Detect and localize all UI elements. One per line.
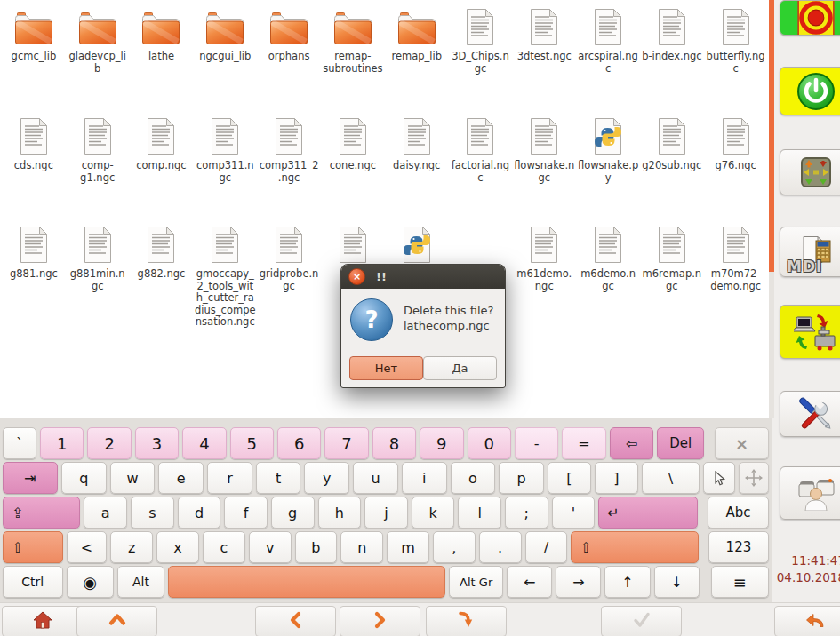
key-0[interactable]: 0 <box>468 427 511 459</box>
folder-item[interactable]: ngcgui_lib <box>193 2 257 111</box>
abc-layer-key[interactable]: Abc <box>708 497 769 529</box>
close-icon[interactable]: × <box>348 268 365 285</box>
file-item[interactable]: comp-g1.ngc <box>66 111 130 219</box>
pointer-key[interactable] <box>703 462 735 494</box>
numeric-layer-key[interactable]: 123 <box>708 531 769 563</box>
menu-key[interactable]: ≡ <box>711 566 769 598</box>
file-item[interactable]: factorial.ngc <box>449 111 513 219</box>
file-item[interactable]: cds.ngc <box>2 111 66 219</box>
key-2[interactable]: 2 <box>87 427 131 459</box>
key-8[interactable]: 8 <box>372 427 416 459</box>
estop-button[interactable] <box>780 0 840 36</box>
right-shift-key[interactable]: ⇧ <box>571 531 699 563</box>
key-s[interactable]: s <box>131 497 174 529</box>
file-item[interactable]: gmoccapy_2_tools_with_cutter_radius_comp… <box>193 219 257 329</box>
key-4[interactable]: 4 <box>182 427 226 459</box>
file-item[interactable]: m6remap.ngc <box>640 219 704 329</box>
mdi-mode-button[interactable]: MDI <box>780 227 840 277</box>
key-l[interactable]: l <box>458 497 501 529</box>
arrow-down-key[interactable]: ↓ <box>654 566 700 598</box>
file-item[interactable]: g76.ngc <box>704 111 768 219</box>
key-w[interactable]: w <box>110 462 156 494</box>
left-shift-key[interactable]: ⇧ <box>3 531 63 563</box>
caps-lock-key[interactable]: ⇪ <box>3 497 80 529</box>
key-6[interactable]: 6 <box>277 427 321 459</box>
file-item[interactable]: comp311.ngc <box>193 111 257 219</box>
ctrl-key[interactable]: Ctrl <box>3 566 63 598</box>
key-=[interactable]: = <box>562 427 605 459</box>
file-item[interactable]: arcspiral.ngc <box>576 2 640 111</box>
key-1[interactable]: 1 <box>40 427 84 459</box>
key-<[interactable]: < <box>67 531 108 563</box>
super-key[interactable]: ◉ <box>67 566 114 598</box>
key-p[interactable]: p <box>499 462 544 494</box>
key-b[interactable]: b <box>295 531 338 563</box>
folder-item[interactable]: remap_lib <box>385 2 449 111</box>
space-key[interactable] <box>168 566 445 598</box>
tab-key[interactable]: ⇥ <box>3 462 58 494</box>
no-button[interactable]: Нет <box>349 356 423 380</box>
file-item[interactable]: gridprobe.ngc <box>257 219 321 329</box>
key-.[interactable]: . <box>479 531 522 563</box>
folder-item[interactable]: orphans <box>257 2 321 111</box>
file-item[interactable]: comp311_2.ngc <box>257 111 321 219</box>
key-t[interactable]: t <box>256 462 301 494</box>
folder-item[interactable]: gladevcp_lib <box>66 2 130 111</box>
alt-key[interactable]: Alt <box>117 566 164 598</box>
file-item[interactable]: b-index.ngc <box>640 2 704 111</box>
key-u[interactable]: u <box>353 462 398 494</box>
key-\[interactable]: \ <box>642 462 700 494</box>
file-item[interactable]: 3dtest.ngc <box>512 2 576 111</box>
file-item[interactable]: g882.ngc <box>130 219 194 329</box>
key-`[interactable]: ` <box>3 427 36 459</box>
jump-button[interactable] <box>426 606 507 636</box>
move-keyboard-key[interactable] <box>739 462 769 494</box>
file-item[interactable]: g881.ngc <box>2 219 66 329</box>
arrow-up-key[interactable]: ↑ <box>604 566 650 598</box>
file-item[interactable]: g20sub.ngc <box>640 111 704 219</box>
key-x[interactable]: x <box>156 531 199 563</box>
folder-item[interactable]: gcmc_lib <box>2 2 66 111</box>
file-item[interactable]: g881min.ngc <box>66 219 130 329</box>
key-q[interactable]: q <box>61 462 107 494</box>
delete-key[interactable]: Del <box>657 427 704 459</box>
key-v[interactable]: v <box>249 531 292 563</box>
yes-button[interactable]: Да <box>423 356 497 380</box>
file-item[interactable]: m6demo.ngc <box>576 219 640 329</box>
backspace-key[interactable]: ⇦ <box>610 427 653 459</box>
file-item[interactable]: comp.ngc <box>130 111 194 219</box>
next-button[interactable] <box>340 606 420 636</box>
key-3[interactable]: 3 <box>135 427 179 459</box>
file-item[interactable]: flowsnake.py <box>576 111 640 219</box>
key-n[interactable]: n <box>340 531 383 563</box>
file-item[interactable]: m61demo.ngc <box>512 219 576 329</box>
altgr-key[interactable]: Alt Gr <box>449 566 503 598</box>
arrow-right-key[interactable]: → <box>556 566 601 598</box>
key-a[interactable]: a <box>84 497 127 529</box>
file-item[interactable]: butterfly.ngc <box>704 2 768 111</box>
key-7[interactable]: 7 <box>324 427 368 459</box>
key-g[interactable]: g <box>271 497 315 529</box>
manual-mode-button[interactable] <box>780 149 840 195</box>
file-item[interactable]: daisy.ngc <box>385 111 449 219</box>
enter-key[interactable]: ↵ <box>598 497 698 529</box>
key-r[interactable]: r <box>207 462 252 494</box>
home-button[interactable] <box>2 606 83 636</box>
key-m[interactable]: m <box>387 531 429 563</box>
key-o[interactable]: o <box>451 462 496 494</box>
key-e[interactable]: e <box>158 462 204 494</box>
key-][interactable]: ] <box>595 462 638 494</box>
file-item[interactable]: 3D_Chips.ngc <box>449 2 513 111</box>
key-9[interactable]: 9 <box>420 427 463 459</box>
key-i[interactable]: i <box>402 462 447 494</box>
key-'[interactable]: ' <box>552 497 596 529</box>
key-h[interactable]: h <box>318 497 362 529</box>
key-[[interactable]: [ <box>548 462 591 494</box>
key-j[interactable]: j <box>364 497 408 529</box>
folder-item[interactable]: lathe <box>130 2 194 111</box>
select-button[interactable] <box>601 606 682 636</box>
dialog-titlebar[interactable]: × !! <box>341 265 505 289</box>
prev-button[interactable] <box>255 606 336 636</box>
key-5[interactable]: 5 <box>230 427 274 459</box>
dir-up-button[interactable] <box>76 606 157 636</box>
